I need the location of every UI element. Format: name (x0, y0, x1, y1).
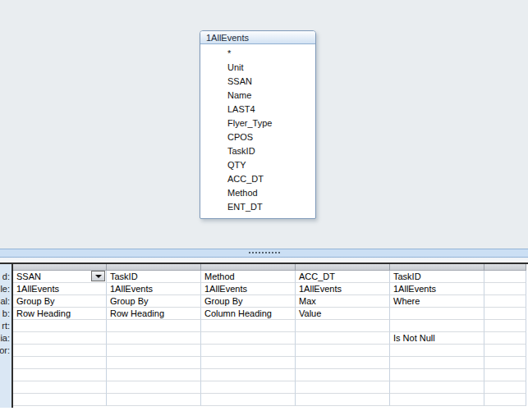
table-cell[interactable]: 1AllEvents (201, 283, 296, 295)
total-cell[interactable]: Max (296, 295, 390, 308)
field-item-cpos[interactable]: CPOS (200, 130, 315, 144)
field-item-taskid[interactable]: TaskID (200, 144, 315, 158)
table-cell[interactable]: 1AllEvents (390, 283, 484, 295)
or-cell[interactable] (201, 345, 296, 357)
table-cell[interactable]: 1AllEvents (107, 283, 201, 295)
empty-cell[interactable] (13, 369, 107, 381)
column-selector[interactable] (13, 264, 107, 271)
empty-cell[interactable] (484, 357, 526, 369)
empty-cell[interactable] (13, 381, 107, 394)
chevron-down-icon (95, 275, 102, 278)
empty-cell[interactable] (107, 357, 201, 369)
table-cell[interactable]: 1AllEvents (296, 283, 390, 295)
empty-cell[interactable] (484, 369, 526, 381)
criteria-cell[interactable] (296, 332, 390, 345)
field-item-name[interactable]: Name (200, 89, 315, 103)
or-cell[interactable] (390, 345, 484, 357)
field-list-body: * Unit SSAN Name LAST4 Flyer_Type CPOS T… (200, 44, 315, 218)
empty-cell[interactable] (390, 369, 484, 381)
field-cell[interactable]: ACC_DT (296, 271, 390, 283)
field-cell[interactable]: TaskID (390, 271, 484, 283)
field-cell[interactable]: TaskID (107, 271, 201, 283)
empty-cell[interactable] (296, 381, 390, 394)
sort-cell[interactable] (390, 320, 484, 332)
criteria-cell[interactable]: Is Not Null (390, 332, 484, 345)
criteria-cell[interactable] (107, 332, 201, 345)
field-cell[interactable]: Method (201, 271, 296, 283)
grid-columns: SSAN 1AllEvents Group By Row Heading (13, 264, 526, 408)
empty-cell[interactable] (13, 394, 107, 406)
criteria-cell[interactable] (13, 332, 107, 345)
empty-cell[interactable] (390, 381, 484, 394)
field-item-asterisk[interactable]: * (200, 47, 315, 61)
empty-cell[interactable] (390, 357, 484, 369)
grid-column-method: Method 1AllEvents Group By Column Headin… (201, 264, 296, 406)
crosstab-cell[interactable]: Row Heading (107, 308, 201, 320)
table-cell[interactable]: 1AllEvents (13, 283, 107, 295)
sort-cell[interactable] (107, 320, 201, 332)
empty-cell[interactable] (296, 357, 390, 369)
total-cell[interactable]: Where (390, 295, 484, 308)
field-item-last4[interactable]: LAST4 (200, 103, 315, 116)
empty-cell[interactable] (107, 381, 201, 394)
or-cell[interactable] (484, 345, 526, 357)
pane-splitter[interactable] (0, 249, 528, 258)
field-item-acc-dt[interactable]: ACC_DT (200, 172, 315, 186)
crosstab-cell[interactable] (484, 308, 526, 320)
row-label-total: al: (0, 295, 11, 308)
criteria-cell[interactable] (484, 332, 526, 345)
sort-cell[interactable] (13, 320, 107, 332)
empty-cell[interactable] (390, 394, 484, 406)
empty-cell[interactable] (201, 394, 296, 406)
empty-cell[interactable] (296, 394, 390, 406)
field-item-flyer-type[interactable]: Flyer_Type (200, 116, 315, 130)
empty-cell[interactable] (201, 381, 296, 394)
field-cell[interactable] (484, 271, 526, 283)
sort-cell[interactable] (484, 320, 526, 332)
crosstab-cell[interactable] (390, 308, 484, 320)
column-selector[interactable] (390, 264, 484, 271)
total-cell[interactable]: Group By (13, 295, 107, 308)
empty-cell[interactable] (201, 369, 296, 381)
or-cell[interactable] (13, 345, 107, 357)
column-selector[interactable] (296, 264, 390, 271)
field-item-method[interactable]: Method (200, 186, 315, 200)
query-table-pane: 1AllEvents * Unit SSAN Name LAST4 Flyer_… (0, 0, 528, 249)
crosstab-cell[interactable]: Value (296, 308, 390, 320)
field-item-qty[interactable]: QTY (200, 158, 315, 172)
total-cell[interactable]: Group By (107, 295, 201, 308)
empty-cell[interactable] (107, 394, 201, 406)
criteria-cell[interactable] (201, 332, 296, 345)
or-cell[interactable] (107, 345, 201, 357)
sort-cell[interactable] (296, 320, 390, 332)
grid-column-empty (484, 264, 526, 406)
row-label-criteria: ia: (0, 332, 11, 345)
empty-cell[interactable] (484, 381, 526, 394)
column-selector[interactable] (107, 264, 201, 271)
column-selector[interactable] (201, 264, 296, 271)
grid-column-ssan: SSAN 1AllEvents Group By Row Heading (13, 264, 107, 406)
total-cell[interactable]: Group By (201, 295, 296, 308)
empty-cell[interactable] (296, 369, 390, 381)
field-list-titlebar[interactable]: 1AllEvents (200, 31, 315, 44)
field-dropdown-button[interactable] (91, 271, 105, 281)
field-cell[interactable]: SSAN (13, 271, 107, 283)
crosstab-cell[interactable]: Row Heading (13, 308, 107, 320)
field-item-ent-dt[interactable]: ENT_DT (200, 200, 315, 214)
total-cell[interactable] (484, 295, 526, 308)
field-item-ssan[interactable]: SSAN (200, 75, 315, 89)
table-cell[interactable] (484, 283, 526, 295)
grip-dots-icon (249, 252, 280, 254)
field-item-unit[interactable]: Unit (200, 61, 315, 75)
or-cell[interactable] (296, 345, 390, 357)
query-grid-pane: d: le: al: b: rt: ia: or: SSAN 1AllEvent… (0, 258, 528, 420)
column-selector[interactable] (484, 264, 526, 271)
sort-cell[interactable] (201, 320, 296, 332)
empty-cell[interactable] (13, 357, 107, 369)
empty-cell[interactable] (107, 369, 201, 381)
empty-cell[interactable] (201, 357, 296, 369)
empty-cell[interactable] (484, 394, 526, 406)
row-label-field: d: (0, 271, 11, 283)
row-label-sort: rt: (0, 320, 11, 332)
crosstab-cell[interactable]: Column Heading (201, 308, 296, 320)
